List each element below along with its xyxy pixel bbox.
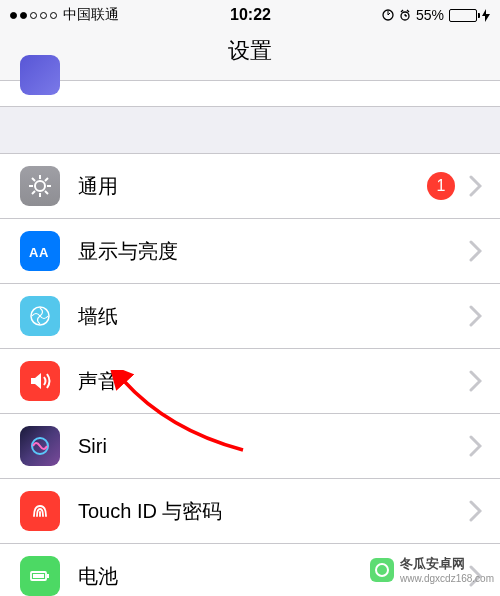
watermark-title: 冬瓜安卓网 xyxy=(400,555,494,573)
signal-strength-icon xyxy=(10,12,57,19)
alarm-icon xyxy=(399,9,411,21)
svg-text:A: A xyxy=(39,245,49,260)
row-label: Siri xyxy=(78,435,469,458)
partial-row-top[interactable] xyxy=(0,81,500,107)
watermark: 冬瓜安卓网 www.dgxcdz168.com xyxy=(370,555,494,584)
carrier-label: 中国联通 xyxy=(63,6,119,24)
notification-badge: 1 xyxy=(427,172,455,200)
general-icon xyxy=(20,166,60,206)
row-label: 声音 xyxy=(78,368,469,395)
settings-list: 通用 1 AA 显示与亮度 墙纸 声音 xyxy=(0,153,500,596)
row-label: 墙纸 xyxy=(78,303,469,330)
svg-line-10 xyxy=(45,178,48,181)
charging-icon xyxy=(482,9,490,22)
chevron-right-icon xyxy=(469,370,482,392)
chevron-right-icon xyxy=(469,175,482,197)
svg-rect-16 xyxy=(47,574,49,578)
svg-line-7 xyxy=(32,178,35,181)
chevron-right-icon xyxy=(469,305,482,327)
row-label: Touch ID 与密码 xyxy=(78,498,469,525)
svg-point-2 xyxy=(35,181,45,191)
display-icon: AA xyxy=(20,231,60,271)
svg-line-9 xyxy=(32,191,35,194)
page-title: 设置 xyxy=(0,36,500,66)
chevron-right-icon xyxy=(469,240,482,262)
siri-icon xyxy=(20,426,60,466)
row-display[interactable]: AA 显示与亮度 xyxy=(0,219,500,284)
row-general[interactable]: 通用 1 xyxy=(0,154,500,219)
touchid-icon xyxy=(20,491,60,531)
chevron-right-icon xyxy=(469,435,482,457)
nav-bar: 设置 xyxy=(0,28,500,81)
wallpaper-icon xyxy=(20,296,60,336)
svg-line-8 xyxy=(45,191,48,194)
battery-icon xyxy=(449,9,477,22)
svg-text:A: A xyxy=(29,245,39,260)
row-wallpaper[interactable]: 墙纸 xyxy=(0,284,500,349)
row-siri[interactable]: Siri xyxy=(0,414,500,479)
chevron-right-icon xyxy=(469,500,482,522)
clock: 10:22 xyxy=(230,6,271,24)
battery-row-icon xyxy=(20,556,60,596)
section-gap xyxy=(0,107,500,153)
row-touchid[interactable]: Touch ID 与密码 xyxy=(0,479,500,544)
svg-rect-17 xyxy=(33,574,44,578)
watermark-url: www.dgxcdz168.com xyxy=(400,573,494,584)
row-sound[interactable]: 声音 xyxy=(0,349,500,414)
lock-icon xyxy=(382,9,394,21)
status-right: 55% xyxy=(382,7,490,23)
watermark-logo-icon xyxy=(370,558,394,582)
status-left: 中国联通 xyxy=(10,6,119,24)
row-label: 显示与亮度 xyxy=(78,238,469,265)
status-bar: 中国联通 10:22 55% xyxy=(0,0,500,28)
sound-icon xyxy=(20,361,60,401)
itunes-icon xyxy=(20,55,60,95)
watermark-text: 冬瓜安卓网 www.dgxcdz168.com xyxy=(400,555,494,584)
battery-percent: 55% xyxy=(416,7,444,23)
row-label: 通用 xyxy=(78,173,427,200)
